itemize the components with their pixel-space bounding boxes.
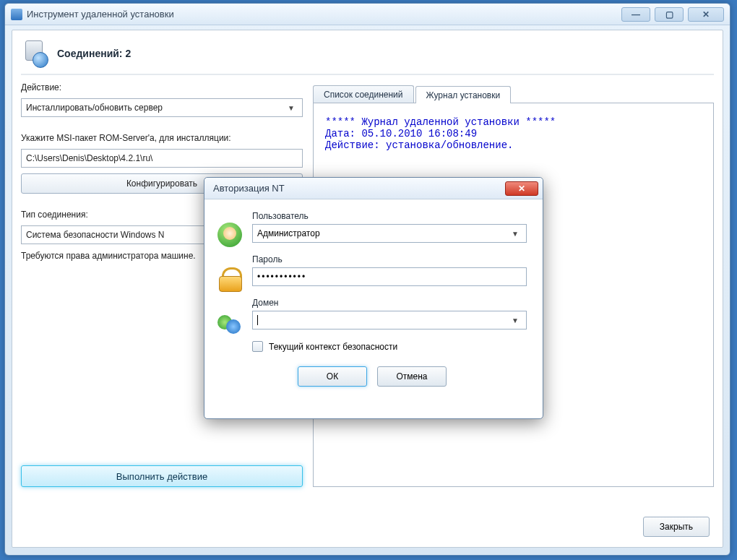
window-title: Инструмент удаленной установки <box>27 9 174 20</box>
text-cursor <box>257 315 258 325</box>
lock-icon <box>217 266 242 290</box>
password-input[interactable]: ••••••••••• <box>252 267 527 286</box>
msi-label: Укажите MSI-пакет ROM-Server'а, для инст… <box>21 133 303 143</box>
domain-label: Домен <box>252 298 527 308</box>
chevron-down-icon: ▼ <box>285 104 298 112</box>
action-combo-value: Инсталлировать/обновить сервер <box>26 103 163 113</box>
maximize-button[interactable]: ▢ <box>655 7 684 22</box>
chevron-down-icon: ▼ <box>509 316 522 324</box>
window-close-button[interactable]: ✕ <box>688 7 724 22</box>
action-label: Действие: <box>21 82 303 92</box>
app-icon <box>11 9 22 20</box>
tab-install-log[interactable]: Журнал установки <box>415 86 512 103</box>
action-combo[interactable]: Инсталлировать/обновить сервер ▼ <box>21 98 303 117</box>
conn-type-value: Система безопасности Windows N <box>26 230 165 240</box>
nt-auth-dialog: Авторизация NT ✕ Пользователь Администра… <box>204 177 543 419</box>
page-header: Соединений: 2 <box>21 38 714 75</box>
close-button[interactable]: Закрыть <box>643 517 710 537</box>
group-icon <box>217 309 242 334</box>
ok-button[interactable]: ОК <box>298 366 367 387</box>
msi-path-input[interactable]: C:\Users\Denis\Desktop\4.2.1\ru\ <box>21 149 303 168</box>
password-label: Пароль <box>252 254 527 264</box>
cancel-button[interactable]: Отмена <box>377 366 447 387</box>
user-combo[interactable]: Администратор ▼ <box>252 224 527 243</box>
dialog-close-button[interactable]: ✕ <box>505 181 538 196</box>
user-label: Пользователь <box>252 211 527 221</box>
current-context-checkbox[interactable] <box>252 341 263 352</box>
tab-bar: Список соединений Журнал установки <box>313 82 714 103</box>
dialog-title-bar[interactable]: Авторизация NT ✕ <box>204 178 543 199</box>
current-context-label: Текущий контекст безопасности <box>269 342 397 352</box>
dialog-title: Авторизация NT <box>213 183 285 194</box>
execute-action-button[interactable]: Выполнить действие <box>21 465 303 487</box>
minimize-button[interactable]: — <box>621 7 650 22</box>
title-bar[interactable]: Инструмент удаленной установки — ▢ ✕ <box>5 4 730 25</box>
domain-combo[interactable]: ▼ <box>252 311 527 329</box>
user-value: Администратор <box>257 228 320 238</box>
chevron-down-icon: ▼ <box>509 230 522 238</box>
user-icon <box>217 223 242 247</box>
install-icon <box>22 40 51 66</box>
tab-connection-list[interactable]: Список соединений <box>313 85 414 103</box>
connections-count: Соединений: 2 <box>57 48 131 59</box>
